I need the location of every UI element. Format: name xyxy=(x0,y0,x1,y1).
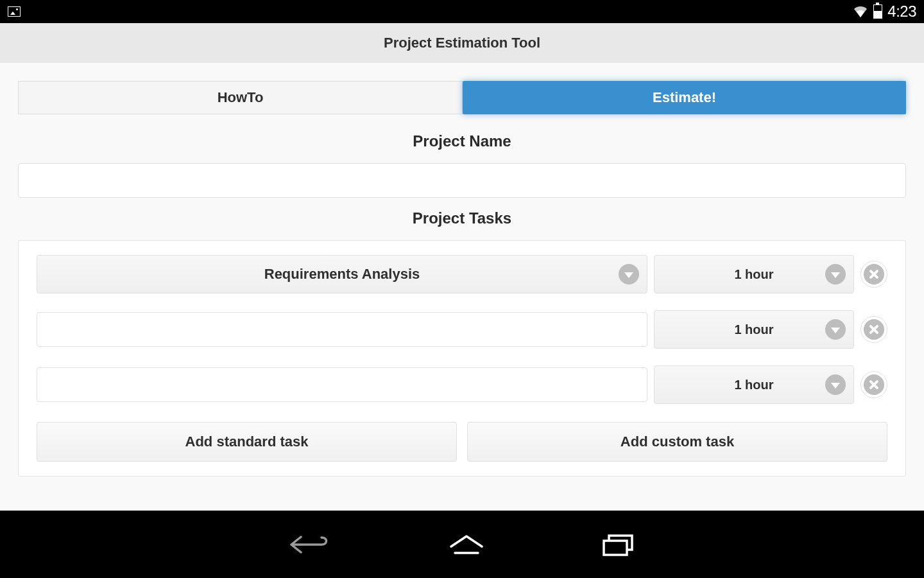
add-custom-label: Add custom task xyxy=(620,434,734,450)
task-row: 1 hour xyxy=(37,310,887,349)
task-name-dropdown[interactable]: Requirements Analysis xyxy=(37,255,647,293)
battery-icon xyxy=(873,4,882,19)
status-clock: 4:23 xyxy=(887,3,916,21)
heading-project-tasks: Project Tasks xyxy=(0,209,924,227)
close-icon xyxy=(864,319,884,340)
android-status-bar: 4:23 xyxy=(0,0,924,23)
add-standard-task-button[interactable]: Add standard task xyxy=(37,422,457,462)
task-duration-value: 1 hour xyxy=(734,322,773,337)
heading-project-name: Project Name xyxy=(0,132,924,150)
task-name-input[interactable] xyxy=(37,367,647,402)
home-button[interactable] xyxy=(449,534,484,556)
chevron-down-icon xyxy=(825,264,846,285)
task-row: Requirements Analysis 1 hour xyxy=(37,255,887,293)
wifi-icon xyxy=(853,5,868,18)
task-duration-dropdown[interactable]: 1 hour xyxy=(654,310,854,349)
app-title: Project Estimation Tool xyxy=(384,35,540,51)
gallery-notification-icon xyxy=(8,6,21,17)
tab-estimate-label: Estimate! xyxy=(653,89,716,106)
main-content: HowTo Estimate! Project Name Project Tas… xyxy=(0,63,924,511)
chevron-down-icon xyxy=(825,374,846,395)
project-name-input[interactable] xyxy=(18,163,906,198)
chevron-down-icon xyxy=(825,319,846,340)
add-standard-label: Add standard task xyxy=(185,434,309,450)
android-nav-bar xyxy=(0,511,924,578)
tab-howto-label: HowTo xyxy=(218,89,264,106)
tasks-panel: Requirements Analysis 1 hour 1 hour xyxy=(18,240,906,477)
close-icon xyxy=(864,264,884,285)
chevron-down-icon xyxy=(619,264,639,285)
task-duration-dropdown[interactable]: 1 hour xyxy=(654,255,854,293)
task-row: 1 hour xyxy=(37,365,887,404)
tab-estimate[interactable]: Estimate! xyxy=(463,81,906,114)
delete-task-button[interactable] xyxy=(860,316,887,343)
add-buttons-row: Add standard task Add custom task xyxy=(37,422,887,462)
back-button[interactable] xyxy=(288,533,333,556)
tab-row: HowTo Estimate! xyxy=(0,63,924,121)
task-duration-dropdown[interactable]: 1 hour xyxy=(654,365,854,404)
close-icon xyxy=(864,374,884,395)
app-title-bar: Project Estimation Tool xyxy=(0,23,924,63)
delete-task-button[interactable] xyxy=(860,371,887,398)
task-duration-value: 1 hour xyxy=(734,267,773,282)
task-name-input[interactable] xyxy=(37,312,647,347)
recent-apps-button[interactable] xyxy=(600,532,636,557)
task-name-value: Requirements Analysis xyxy=(264,266,420,283)
delete-task-button[interactable] xyxy=(860,261,887,288)
svg-rect-0 xyxy=(604,541,627,555)
tab-howto[interactable]: HowTo xyxy=(18,81,463,114)
task-duration-value: 1 hour xyxy=(734,378,773,392)
add-custom-task-button[interactable]: Add custom task xyxy=(467,422,887,462)
